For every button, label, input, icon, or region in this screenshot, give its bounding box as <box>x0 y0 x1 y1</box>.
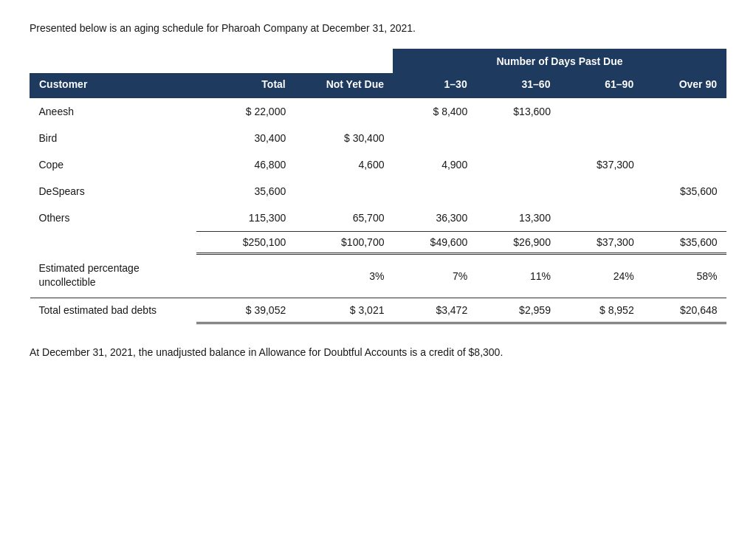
pct-61-90: 24% <box>560 254 643 298</box>
final-not-yet-due: $ 3,021 <box>295 298 393 323</box>
not-yet-due-amount: 65,700 <box>295 205 393 232</box>
pct-label-line2: uncollectible <box>39 276 96 288</box>
header-second-row: Customer Total Not Yet Due 1–30 31–60 61… <box>30 74 726 98</box>
table-row: DeSpears 35,600 $35,600 <box>30 178 726 205</box>
percentage-label: Estimated percentage uncollectible <box>30 254 197 298</box>
not-yet-due-amount: $ 30,400 <box>295 125 393 151</box>
table-row: Cope 46,800 4,600 4,900 $37,300 <box>30 151 726 178</box>
col-61-90-amount <box>560 178 643 205</box>
not-yet-due-amount: 4,600 <box>295 151 393 178</box>
totals-label <box>30 232 197 254</box>
col-61-90-amount <box>560 205 643 232</box>
col-over-90-amount <box>643 205 726 232</box>
aging-schedule-table: Number of Days Past Due Customer Total N… <box>30 49 726 324</box>
col-31-60-amount <box>476 151 560 178</box>
intro-text: Presented below is an aging schedule for… <box>30 22 726 34</box>
final-row: Total estimated bad debts $ 39,052 $ 3,0… <box>30 298 726 323</box>
col-61-90-amount <box>560 98 643 126</box>
totals-31-60: $26,900 <box>476 232 560 254</box>
totals-over-90: $35,600 <box>643 232 726 254</box>
col-over-90-header: Over 90 <box>643 74 726 98</box>
final-61-90: $ 8,952 <box>560 298 643 323</box>
col-31-60-amount: $13,600 <box>476 98 560 126</box>
aging-schedule-table-wrapper: Number of Days Past Due Customer Total N… <box>30 49 726 324</box>
col-1-30-amount <box>393 178 476 205</box>
total-amount: $ 22,000 <box>196 98 295 126</box>
not-yet-due-amount <box>295 178 393 205</box>
totals-not-yet-due: $100,700 <box>295 232 393 254</box>
col-61-90-amount <box>560 125 643 151</box>
col-31-60-amount <box>476 125 560 151</box>
pct-over-90: 58% <box>643 254 726 298</box>
totals-61-90: $37,300 <box>560 232 643 254</box>
col-31-60-header: 31–60 <box>476 74 560 98</box>
total-amount: 46,800 <box>196 151 295 178</box>
table-row: Aneesh $ 22,000 $ 8,400 $13,600 <box>30 98 726 126</box>
col-1-30-amount: $ 8,400 <box>393 98 476 126</box>
total-amount: 30,400 <box>196 125 295 151</box>
col-1-30-header: 1–30 <box>393 74 476 98</box>
final-label: Total estimated bad debts <box>30 298 197 323</box>
totals-row: $250,100 $100,700 $49,600 $26,900 $37,30… <box>30 232 726 254</box>
col-over-90-amount <box>643 151 726 178</box>
pct-31-60: 11% <box>476 254 560 298</box>
col-61-90-amount: $37,300 <box>560 151 643 178</box>
customer-name: DeSpears <box>30 178 197 205</box>
not-yet-due-amount <box>295 98 393 126</box>
pct-1-30: 7% <box>393 254 476 298</box>
total-amount: 35,600 <box>196 178 295 205</box>
pct-total <box>196 254 295 298</box>
totals-total: $250,100 <box>196 232 295 254</box>
not-yet-due-col-header: Not Yet Due <box>295 74 393 98</box>
col-31-60-amount: 13,300 <box>476 205 560 232</box>
total-amount: 115,300 <box>196 205 295 232</box>
days-past-due-header: Number of Days Past Due <box>393 49 726 74</box>
final-1-30: $3,472 <box>393 298 476 323</box>
pct-not-yet-due: 3% <box>295 254 393 298</box>
col-61-90-header: 61–90 <box>560 74 643 98</box>
col-1-30-amount: 4,900 <box>393 151 476 178</box>
table-row: Others 115,300 65,700 36,300 13,300 <box>30 205 726 232</box>
col-over-90-amount <box>643 98 726 126</box>
pct-label-line1: Estimated percentage <box>39 262 140 274</box>
customer-name: Bird <box>30 125 197 151</box>
final-over-90: $20,648 <box>643 298 726 323</box>
col-over-90-amount <box>643 125 726 151</box>
col-1-30-amount: 36,300 <box>393 205 476 232</box>
customer-name: Aneesh <box>30 98 197 126</box>
percentage-row: Estimated percentage uncollectible 3% 7%… <box>30 254 726 298</box>
customer-col-header: Customer <box>30 74 197 98</box>
col-over-90-amount: $35,600 <box>643 178 726 205</box>
total-col-header: Total <box>196 74 295 98</box>
final-total: $ 39,052 <box>196 298 295 323</box>
footer-text: At December 31, 2021, the unadjusted bal… <box>30 346 726 358</box>
header-top-row: Number of Days Past Due <box>30 49 726 74</box>
final-31-60: $2,959 <box>476 298 560 323</box>
customer-name: Others <box>30 205 197 232</box>
col-1-30-amount <box>393 125 476 151</box>
customer-name: Cope <box>30 151 197 178</box>
totals-1-30: $49,600 <box>393 232 476 254</box>
table-row: Bird 30,400 $ 30,400 <box>30 125 726 151</box>
col-31-60-amount <box>476 178 560 205</box>
